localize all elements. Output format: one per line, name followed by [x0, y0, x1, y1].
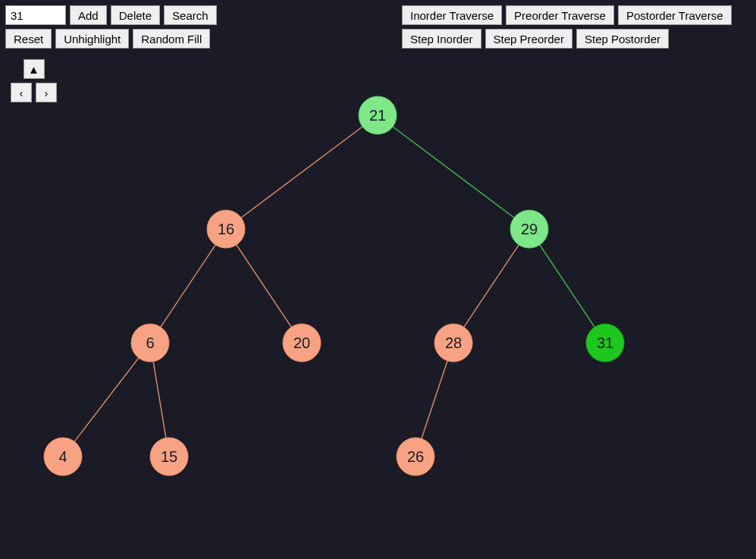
tree-node[interactable]: 16	[207, 210, 245, 248]
tree-node-label: 15	[161, 448, 177, 465]
svg-point-5	[434, 324, 472, 362]
tree-node-label: 20	[293, 334, 310, 351]
reset-button[interactable]: Reset	[5, 29, 52, 49]
svg-point-6	[586, 324, 624, 362]
random-fill-button[interactable]: Random Fill	[133, 29, 210, 49]
svg-point-4	[283, 324, 321, 362]
inorder-traverse-button[interactable]: Inorder Traverse	[402, 5, 502, 25]
tree-edge	[153, 362, 166, 438]
tree-node-label: 6	[146, 334, 154, 351]
tree-edge	[464, 245, 519, 327]
svg-point-3	[131, 324, 169, 362]
tree-node[interactable]: 4	[44, 438, 82, 476]
nav-left-button[interactable]: ‹	[11, 83, 32, 102]
tree-node[interactable]: 15	[150, 438, 188, 476]
tree-node[interactable]: 28	[434, 324, 472, 362]
value-input[interactable]	[5, 5, 66, 25]
tree-edge	[237, 245, 291, 327]
nav-controls: ▲ ‹ ›	[11, 59, 57, 106]
postorder-traverse-button[interactable]: Postorder Traverse	[618, 5, 732, 25]
svg-point-8	[150, 438, 188, 476]
step-inorder-button[interactable]: Step Inorder	[402, 29, 482, 49]
toolbar-right: Inorder Traverse Preorder Traverse Posto…	[402, 5, 751, 49]
tree-edge	[393, 127, 514, 218]
tree-node-label: 28	[445, 334, 462, 351]
svg-point-9	[397, 438, 434, 476]
tree-node-label: 21	[369, 107, 386, 124]
nav-up-button[interactable]: ▲	[24, 59, 45, 79]
tree-node-label: 26	[407, 448, 424, 465]
step-postorder-button[interactable]: Step Postorder	[576, 29, 669, 49]
svg-point-1	[207, 210, 245, 248]
tree-edge	[422, 361, 447, 439]
svg-point-2	[510, 210, 548, 248]
tree-node[interactable]: 31	[586, 324, 624, 362]
tree-node-label: 29	[521, 221, 538, 237]
delete-button[interactable]: Delete	[111, 5, 160, 25]
preorder-traverse-button[interactable]: Preorder Traverse	[506, 5, 614, 25]
search-button[interactable]: Search	[164, 5, 217, 25]
tree-node[interactable]: 21	[359, 96, 397, 134]
nav-right-button[interactable]: ›	[36, 83, 57, 102]
tree-canvas: 211629620283141526	[0, 0, 756, 559]
tree-node-label: 4	[58, 448, 67, 465]
svg-point-7	[44, 438, 82, 476]
tree-edge	[241, 127, 362, 218]
add-button[interactable]: Add	[70, 5, 107, 25]
tree-node-label: 31	[597, 334, 613, 351]
tree-node[interactable]: 20	[283, 324, 321, 362]
svg-point-0	[359, 96, 397, 134]
toolbar-left: Add Delete Search Reset Unhighlight Rand…	[5, 5, 233, 49]
tree-node[interactable]: 26	[397, 438, 434, 476]
tree-node[interactable]: 6	[131, 324, 169, 362]
tree-node[interactable]: 29	[510, 210, 548, 248]
tree-node-label: 16	[218, 221, 234, 237]
unhighlight-button[interactable]: Unhighlight	[55, 29, 129, 49]
tree-edge	[74, 358, 139, 441]
step-preorder-button[interactable]: Step Preorder	[485, 29, 572, 49]
tree-edge	[161, 245, 215, 327]
tree-edge	[540, 245, 594, 327]
